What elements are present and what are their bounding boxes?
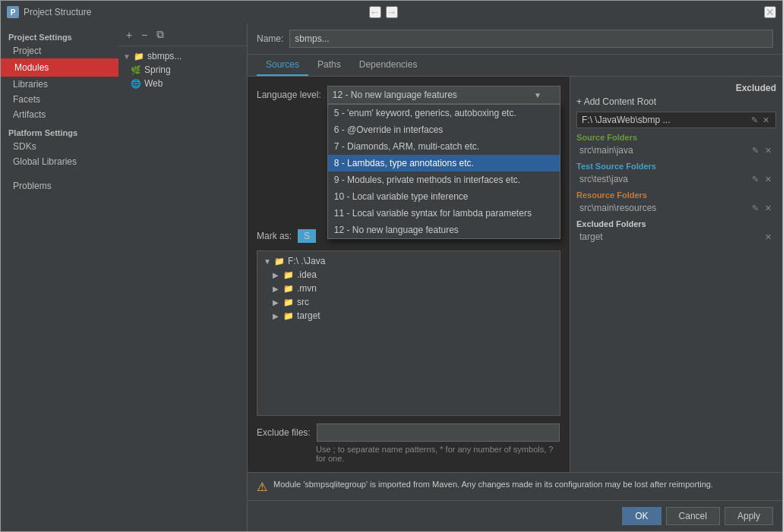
add-module-button[interactable]: + [123,27,135,42]
resource-folders-label: Resource Folders [576,190,776,200]
web-icon: 🌐 [131,79,141,89]
exclude-hint: Use ; to separate name patterns, * for a… [316,445,560,463]
left-panel: Language level: 12 - No new language fea… [248,77,570,472]
tree-root-label: sbmps... [147,51,182,61]
content-root-path: F:\ \JavaWeb\sbmp ... ✎ ✕ [576,112,776,128]
ft-idea[interactable]: ▶ 📁 .idea [260,268,557,282]
test-folder-path: src\test\java [579,174,747,184]
back-button[interactable]: ← [369,6,381,18]
project-settings-label: Project Settings [1,30,118,43]
sidebar-item-libraries[interactable]: Libraries [1,77,118,92]
tree-web-label: Web [144,78,163,89]
language-option-12[interactable]: 12 - No new language features [328,222,560,238]
warning-text: Module 'sbmpsqlitegroup' is imported fro… [273,479,773,490]
tab-sources[interactable]: Sources [257,55,308,76]
test-folder-edit-btn[interactable]: ✎ [750,175,760,184]
ft-target-arrow: ▶ [273,312,280,320]
ft-mvn-label: .mvn [297,283,317,294]
bottom-bar: OK Cancel Apply [248,500,782,531]
language-level-label: Language level: [257,90,321,100]
tabs: Sources Paths Dependencies [248,55,782,77]
language-option-8[interactable]: 8 - Lambdas, type annotations etc. [328,155,560,172]
ft-idea-arrow: ▶ [273,271,280,279]
content-root-path-text: F:\ \JavaWeb\sbmp ... [582,115,670,125]
sidebar-item-facets[interactable]: Facets [1,92,118,107]
source-folder-edit-btn[interactable]: ✎ [750,146,760,156]
ft-src[interactable]: ▶ 📁 src [260,295,557,309]
right-panel: Excluded + Add Content Root F:\ \JavaWeb… [570,77,782,472]
apply-button[interactable]: Apply [725,507,773,525]
mark-as-label: Mark as: [257,231,292,241]
ft-src-folder-icon: 📁 [283,297,294,307]
ok-button[interactable]: OK [622,507,661,525]
language-option-5[interactable]: 5 - 'enum' keyword, generics, autoboxing… [328,105,560,121]
language-level-value: 12 - No new language features [333,90,457,100]
ft-idea-label: .idea [297,269,317,280]
dropdown-arrow-icon: ▼ [534,91,541,99]
source-folders-label: Source Folders [576,133,776,142]
spring-icon: 🌿 [131,65,141,75]
tree-spring-label: Spring [144,65,171,75]
language-option-6[interactable]: 6 - @Override in interfaces [328,121,560,138]
sidebar-item-sdks[interactable]: SDKs [1,139,118,154]
ft-mvn-folder-icon: 📁 [283,284,294,294]
warning-bar: ⚠ Module 'sbmpsqlitegroup' is imported f… [248,472,782,500]
language-option-7[interactable]: 7 - Diamonds, ARM, multi-catch etc. [328,138,560,155]
test-source-folders-label: Test Source Folders [576,162,776,171]
sidebar-item-global-libraries[interactable]: Global Libraries [1,154,118,169]
sidebar-item-modules[interactable]: Modules [1,58,118,77]
tree-root[interactable]: ▼ 📁 sbmps... [118,49,247,63]
cancel-button[interactable]: Cancel [666,507,720,525]
exclude-files-input[interactable] [317,423,560,442]
language-level-options: 5 - 'enum' keyword, generics, autoboxing… [327,104,560,239]
ft-target[interactable]: ▶ 📁 target [260,309,557,323]
ft-target-folder-icon: 📁 [283,311,294,321]
ft-mvn[interactable]: ▶ 📁 .mvn [260,282,557,295]
excluded-folders-label: Excluded Folders [576,219,776,228]
module-panel: + − ⧉ ▼ 📁 sbmps... 🌿 Spring 🌐 Web [118,24,248,531]
source-folder-remove-btn[interactable]: ✕ [763,146,773,156]
resource-folder-edit-btn[interactable]: ✎ [750,203,760,213]
tab-dependencies[interactable]: Dependencies [350,55,427,76]
ft-root-label: F:\ .\Java [288,256,325,266]
ft-src-label: src [297,297,309,307]
tab-content: Language level: 12 - No new language fea… [248,77,782,472]
add-content-root-btn[interactable]: + Add Content Root [576,96,776,107]
name-bar: Name: [248,24,782,55]
sidebar-item-project[interactable]: Project [1,43,118,58]
remove-module-button[interactable]: − [138,27,150,42]
language-level-dropdown[interactable]: 12 - No new language features ▼ [327,86,560,104]
exclude-files-label: Exclude files: [257,427,311,438]
title-bar: P Project Structure ← → ✕ [1,1,782,24]
language-option-9[interactable]: 9 - Modules, private methods in interfac… [328,172,560,188]
resource-folder-item: src\main\resources ✎ ✕ [576,201,776,215]
test-folder-remove-btn[interactable]: ✕ [763,175,773,184]
excluded-folder-remove-btn[interactable]: ✕ [763,232,773,242]
module-tree: ▼ 📁 sbmps... 🌿 Spring 🌐 Web [118,46,247,531]
content-root-remove-btn[interactable]: ✕ [761,115,771,125]
ft-mvn-arrow: ▶ [273,285,280,293]
tree-spring[interactable]: 🌿 Spring [118,63,247,77]
main-content: Project Settings Project Modules Librari… [1,24,782,531]
ft-root[interactable]: ▼ 📁 F:\ .\Java [260,254,557,268]
mark-as-sources-btn[interactable]: S [298,229,316,243]
content-root-edit-btn[interactable]: ✎ [750,115,759,125]
module-folder-icon: 📁 [134,52,144,61]
resource-folder-remove-btn[interactable]: ✕ [763,203,773,213]
excluded-right-label: Excluded [736,83,776,93]
tree-web[interactable]: 🌐 Web [118,77,247,90]
tree-expand-icon: ▼ [123,52,131,61]
copy-module-button[interactable]: ⧉ [153,27,167,42]
language-option-11[interactable]: 11 - Local variable syntax for lambda pa… [328,205,560,222]
forward-button[interactable]: → [386,6,398,18]
main-area: Name: Sources Paths Dependencies Languag… [248,24,782,531]
language-level-row: Language level: 12 - No new language fea… [257,86,560,104]
resource-folder-path: src\main\resources [579,203,747,213]
tab-paths[interactable]: Paths [308,55,350,76]
name-input[interactable] [289,30,773,48]
window-title: Project Structure [24,7,365,17]
sidebar-item-problems[interactable]: Problems [1,178,118,194]
close-button[interactable]: ✕ [764,6,776,18]
language-option-10[interactable]: 10 - Local variable type inference [328,188,560,205]
sidebar-item-artifacts[interactable]: Artifacts [1,107,118,122]
